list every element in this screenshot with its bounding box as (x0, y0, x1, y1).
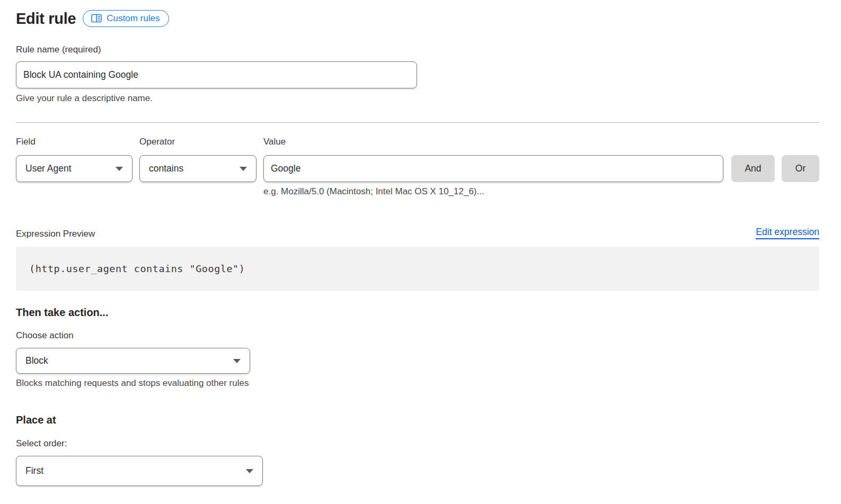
open-book-icon (91, 14, 102, 23)
custom-rules-docs-button[interactable]: Custom rules (83, 10, 169, 27)
operator-label: Operator (139, 137, 256, 147)
rule-name-section: Rule name (required) Give your rule a de… (16, 44, 819, 104)
expression-code: (http.user_agent contains "Google") (29, 263, 245, 274)
page-title: Edit rule (16, 10, 76, 28)
chevron-down-icon (240, 167, 247, 171)
choose-action-label: Choose action (16, 330, 819, 341)
field-select[interactable]: User Agent (16, 155, 132, 182)
rule-name-input[interactable] (16, 61, 417, 88)
action-help: Blocks matching requests and stops evalu… (16, 378, 819, 389)
select-order-label: Select order: (16, 438, 819, 449)
chevron-down-icon (233, 359, 241, 363)
order-selected-value: First (25, 465, 43, 476)
or-button[interactable]: Or (782, 155, 819, 182)
section-divider (16, 122, 819, 123)
value-help: e.g. Mozilla/5.0 (Macintosh; Intel Mac O… (263, 186, 723, 197)
order-select[interactable]: First (16, 456, 263, 486)
expression-section: Expression Preview Edit expression (http… (16, 227, 819, 291)
expression-preview-box: (http.user_agent contains "Google") (16, 247, 819, 291)
action-selected-value: Block (25, 355, 48, 366)
operator-select[interactable]: contains (139, 155, 256, 182)
rule-name-help: Give your rule a descriptive name. (16, 93, 819, 104)
place-at-heading: Place at (16, 414, 819, 426)
field-label: Field (16, 137, 132, 147)
expression-preview-label: Expression Preview (16, 229, 95, 239)
placement-section: Place at Select order: First (16, 414, 819, 486)
chevron-down-icon (246, 469, 253, 473)
operator-selected-value: contains (149, 163, 183, 174)
custom-rules-label: Custom rules (107, 14, 160, 23)
edit-expression-link[interactable]: Edit expression (756, 227, 819, 239)
condition-section: Field User Agent Operator contains Value… (16, 137, 819, 197)
page-header: Edit rule Custom rules (16, 7, 819, 30)
and-button[interactable]: And (731, 155, 775, 182)
edit-rule-page: Edit rule Custom rules Rule name (requir… (0, 0, 841, 486)
chevron-down-icon (116, 167, 123, 171)
value-input[interactable] (263, 155, 723, 182)
action-select[interactable]: Block (16, 348, 250, 374)
value-label: Value (263, 137, 723, 147)
action-section: Then take action... Choose action Block … (16, 307, 819, 389)
rule-name-label: Rule name (required) (16, 44, 819, 55)
field-selected-value: User Agent (25, 163, 72, 174)
action-heading: Then take action... (16, 307, 819, 319)
